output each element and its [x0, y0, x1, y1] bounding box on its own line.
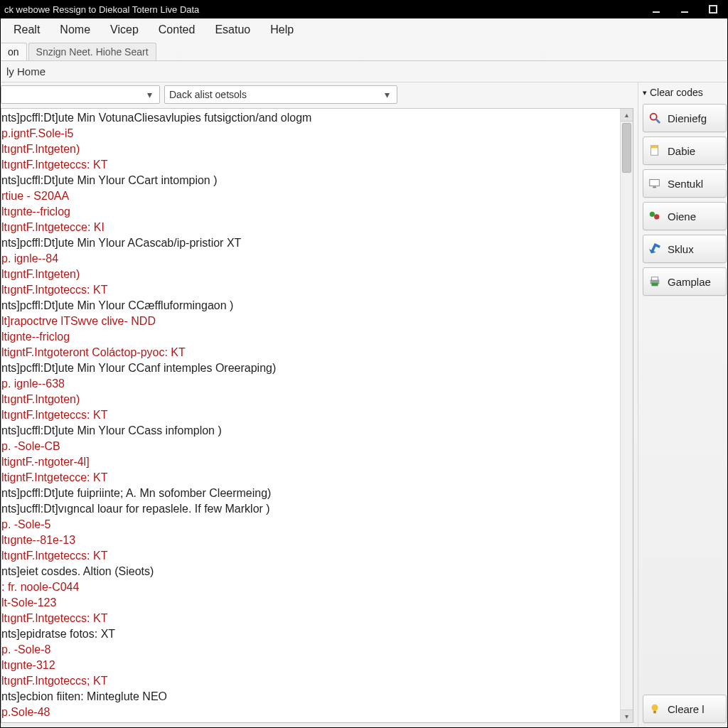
- log-line: ltigntF.-ntgoter-4l]: [1, 454, 619, 470]
- log-line: ltıgntF.Intgeteccs: KT: [1, 157, 619, 173]
- log-line: p.Sole-48: [1, 705, 619, 720]
- combo-2-value: Dack alist oetsols: [169, 89, 381, 100]
- log-line: nts]pcffl:Dt]ute Min Ylour CCæffluformin…: [1, 298, 619, 314]
- log-line: nts]pcffl:Dt]ute Min Ylour CCanf intempl…: [1, 360, 619, 376]
- printer-icon: [648, 274, 662, 289]
- sidebar-oiene-button[interactable]: Oiene: [643, 202, 727, 230]
- log-line: ltıgntF.Intgeteccs: KT: [1, 548, 619, 564]
- svg-rect-1: [681, 11, 688, 13]
- log-line: ltigntF.Intgetecce: KT: [1, 470, 619, 486]
- minimize-button[interactable]: [648, 3, 664, 16]
- sidebar: ▾ Clear codes Dieniefg Dabie Sentukl Oie…: [638, 82, 727, 727]
- menu-conted[interactable]: Conted: [159, 23, 196, 36]
- log-line: nts]ucffl:Dt]ute Min Ylour CCass infompl…: [1, 423, 619, 439]
- vertical-scrollbar[interactable]: ▴ ▾: [620, 109, 633, 722]
- combo-2[interactable]: Dack alist oetsols ▾: [164, 85, 397, 104]
- sub-toolbar-label: ly Home: [6, 65, 46, 77]
- menu-bar: Realt Nome Vicep Conted Esatuo Help: [1, 18, 727, 41]
- menu-esatuo[interactable]: Esatuo: [215, 23, 250, 36]
- log-lines: nts]pcffl:Dt]ute Min VotunaCliesavlupies…: [1, 109, 620, 722]
- pins-icon: [648, 209, 662, 223]
- menu-vicep[interactable]: Vicep: [110, 23, 139, 36]
- magnifier-icon: [648, 111, 662, 125]
- scroll-thumb[interactable]: [622, 123, 631, 173]
- log-line: lt-Sole-123: [1, 595, 619, 611]
- svg-point-10: [654, 214, 659, 219]
- tab-row: on Snzign Neet. Hiohe Seart: [1, 41, 727, 61]
- log-line: nts]epidratse fotos: XT: [1, 626, 619, 642]
- menu-realt[interactable]: Realt: [14, 23, 40, 36]
- sidebar-dieniefg-button[interactable]: Dieniefg: [643, 104, 727, 132]
- svg-rect-8: [653, 187, 656, 188]
- scroll-down-button[interactable]: ▾: [621, 710, 633, 722]
- log-line: p.igntF.Sole-i5: [1, 126, 619, 141]
- log-line: ltıgnte--friclog: [1, 204, 619, 220]
- log-line: nts]pcffl:Dt]ute fuipriinte; A. Mn sofom…: [1, 486, 619, 501]
- sidebar-header: ▾ Clear codes: [643, 87, 727, 98]
- log-line: nts]pcffl:Dt]ute Min VotunaCliesavlupies…: [1, 110, 619, 126]
- left-column: ▾ Dack alist oetsols ▾ nts]pcffl:Dt]ute …: [1, 82, 638, 727]
- log-line: ltıgnte-312: [1, 658, 619, 673]
- sidebar-sentukl-button[interactable]: Sentukl: [643, 169, 727, 198]
- log-line: p. ignle--638: [1, 376, 619, 392]
- sidebar-item-label: Oiene: [668, 210, 696, 223]
- sidebar-item-label: Gamplae: [668, 276, 711, 288]
- log-line: ltıgntF.Intgeteccs: KT: [1, 611, 619, 626]
- sidebar-item-label: Sentukl: [668, 178, 703, 190]
- log-line: nts]ucffl:Dt]ute Min Ylour CCart intompi…: [1, 173, 619, 188]
- log-line: ltıgntF.Intgeten): [1, 141, 619, 157]
- chevron-down-icon: ▾: [144, 89, 155, 100]
- page-icon: [648, 144, 662, 158]
- log-line: ltıgntF.Intgoten): [1, 392, 619, 407]
- svg-point-9: [650, 212, 655, 217]
- sidebar-gamplae-button[interactable]: Gamplae: [643, 267, 727, 296]
- log-line: nts]eiet cosdes. Altion (Sieots): [1, 564, 619, 579]
- arrow-icon: [648, 242, 662, 256]
- menu-nome[interactable]: Nome: [60, 23, 90, 36]
- log-line: p. ignle--84: [1, 251, 619, 267]
- sidebar-item-label: Cleare l: [668, 703, 705, 715]
- log-line: ltıgntF.Intgeteccs: KT: [1, 407, 619, 423]
- log-line: ltıgnte--81e-44: [1, 720, 619, 722]
- sidebar-cleare-button[interactable]: Cleare l: [643, 695, 727, 723]
- app-chrome: Realt Nome Vicep Conted Esatuo Help on S…: [0, 18, 728, 728]
- log-line: lt]rapoctrve lTSwve clive- NDD: [1, 314, 619, 329]
- log-line: ltıgntF.Intgoteccs: KT: [1, 282, 619, 298]
- minimize-button-2[interactable]: [677, 3, 692, 16]
- log-line: p. -Sole-8: [1, 642, 619, 658]
- window-title: ck webowe Ressign to Diekoal Totern Live…: [3, 4, 648, 15]
- tab-on[interactable]: on: [1, 43, 27, 60]
- sidebar-item-label: Dabie: [668, 145, 695, 157]
- main-row: ▾ Dack alist oetsols ▾ nts]pcffl:Dt]ute …: [1, 82, 727, 727]
- svg-rect-2: [710, 6, 717, 13]
- combo-row: ▾ Dack alist oetsols ▾: [1, 85, 633, 107]
- tab-snzign[interactable]: Snzign Neet. Hiohe Seart: [28, 43, 156, 60]
- svg-rect-6: [651, 146, 658, 149]
- sidebar-spacer: [643, 300, 727, 690]
- log-line: ltıgntF.Intgoteccs; KT: [1, 673, 619, 689]
- log-line: rtiue - S20AA: [1, 188, 619, 204]
- maximize-button[interactable]: [705, 3, 721, 16]
- log-line: p. -Sole-CB: [1, 439, 619, 454]
- sidebar-item-label: Sklux: [668, 243, 694, 255]
- log-line: ltıgntF.Intgeten): [1, 267, 619, 282]
- sidebar-item-label: Dieniefg: [668, 112, 707, 124]
- svg-rect-15: [653, 711, 656, 714]
- combo-1[interactable]: ▾: [1, 85, 160, 104]
- sidebar-dabie-button[interactable]: Dabie: [643, 136, 727, 165]
- scroll-up-button[interactable]: ▴: [621, 109, 633, 122]
- sidebar-sklux-button[interactable]: Sklux: [643, 235, 727, 263]
- log-line: p. -Sole-5: [1, 517, 619, 532]
- svg-rect-13: [652, 283, 658, 287]
- svg-rect-0: [653, 11, 660, 13]
- log-line: nts]pcffl:Dt]ute Min Ylour ACascab/ip-pr…: [1, 235, 619, 251]
- log-line: nts]ecbion fiiten: Minteglute NEO: [1, 689, 619, 705]
- window-buttons: [648, 3, 725, 16]
- sub-toolbar: ly Home: [1, 61, 727, 82]
- bulb-icon: [648, 702, 662, 716]
- svg-rect-7: [650, 180, 660, 186]
- log-line: ltıgntF.Intgetecce: KI: [1, 220, 619, 235]
- sidebar-header-label: Clear codes: [650, 87, 703, 98]
- menu-help[interactable]: Help: [270, 23, 294, 36]
- title-bar: ck webowe Ressign to Diekoal Totern Live…: [0, 0, 728, 18]
